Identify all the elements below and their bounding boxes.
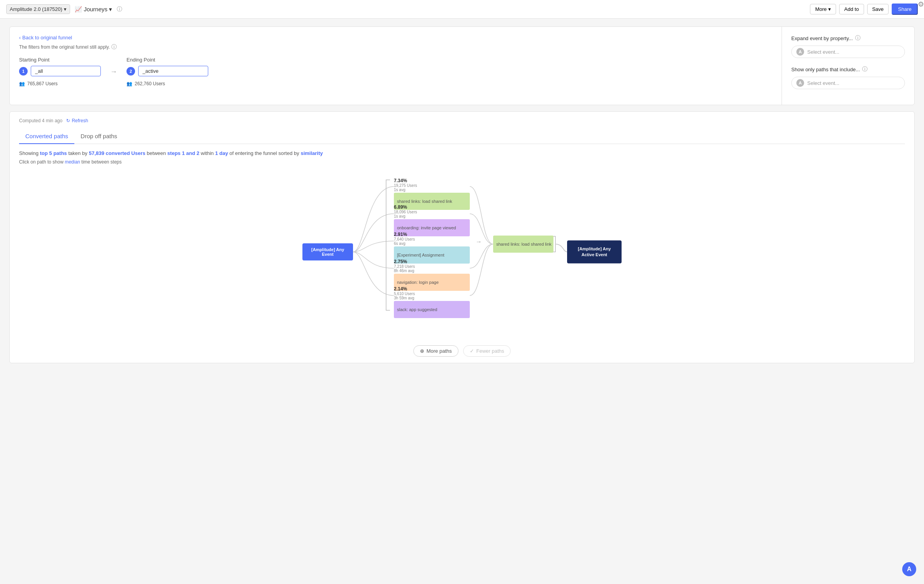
step2-bar-inner: shared links: load shared link [493,236,553,253]
ending-point-group: Ending Point 2 👥 262,760 Users [126,57,208,86]
show-paths-select[interactable]: A Select event... [791,77,905,89]
analysis-panel: Computed 4 min ago ↻ Refresh Converted p… [9,111,915,363]
info-icon[interactable]: ⓘ [862,66,868,73]
top-panel: ‹ Back to original funnel The filters fr… [9,26,915,105]
expand-event-select[interactable]: A Select event... [791,46,905,58]
refresh-button[interactable]: ↻ Refresh [66,118,88,123]
starting-point-label: Starting Point [19,57,101,63]
expand-label: Expand event by property... ⓘ [791,35,905,42]
path3-avg: 6s avg [394,241,470,246]
path-item-5[interactable]: 2.14% 5,610 Users 3h 59m avg slack: app … [394,286,470,318]
computed-row: Computed 4 min ago ↻ Refresh [19,118,905,123]
path5-avg: 3h 59m avg [394,296,470,300]
more-button[interactable]: More ▾ [810,4,836,14]
header-left: Amplitude 2.0 (187520) ▾ 📈 Journeys ▾ ⓘ [6,4,122,14]
chevron-down-icon: ▾ [828,6,831,12]
chevron-left-icon: ‹ [19,35,21,40]
path2-avg: 1s avg [394,214,470,218]
top-paths-highlight: top 5 paths [40,150,67,156]
settings-button[interactable]: ⚙ [918,0,924,9]
funnel-steps: Starting Point 1 👥 765,867 Users → Endin… [19,57,772,86]
ending-point-label: Ending Point [126,57,208,63]
refresh-icon: ↻ [66,118,70,123]
step2-input-wrap: 2 [126,66,208,76]
click-hint: Click on path to show median time betwee… [19,159,905,165]
path5-bar[interactable]: slack: app suggested [394,301,470,318]
show-paths-placeholder: Select event... [807,80,839,86]
steps-highlight: steps 1 and 2 [167,150,199,156]
expand-placeholder: Select event... [807,49,839,55]
more-button-label: More [815,6,827,12]
users-icon: 👥 [126,81,132,86]
starting-point-group: Starting Point 1 👥 765,867 Users [19,57,101,86]
step1-users: 👥 765,867 Users [19,81,101,86]
path1-avg: 1s avg [394,188,470,192]
trend-icon: 📈 [75,6,82,13]
path5-users: 5,610 Users [394,292,470,296]
path5-pct: 2.14% [394,286,470,292]
save-button[interactable]: Save [867,4,889,14]
path-visualization: [Amplitude] Any Event 7.34% 19,275 Users… [19,174,905,338]
path3-users: 7,640 Users [394,237,470,241]
more-paths-label: More paths [427,348,452,354]
computed-text: Computed 4 min ago [19,118,62,123]
timeframe-highlight: 1 day [215,150,228,156]
app-selector[interactable]: Amplitude 2.0 (187520) ▾ [6,4,70,14]
main-content: ‹ Back to original funnel The filters fr… [0,19,924,371]
fewer-paths-button[interactable]: ✓ Fewer paths [463,345,511,357]
step2-bar[interactable]: shared links: load shared link [493,236,553,253]
step2-number: 2 [126,67,135,76]
event-config: Expand event by property... ⓘ A Select e… [782,27,914,105]
share-button[interactable]: Share [892,4,918,15]
journeys-button[interactable]: 📈 Journeys ▾ [75,6,112,13]
avatar: A [796,48,804,56]
arrow-icon: → [110,68,117,76]
converted-users-highlight: 57,839 converted Users [89,150,145,156]
add-to-button[interactable]: Add to [839,4,864,14]
info-icon[interactable]: ⓘ [855,35,861,42]
tab-dropoff-paths[interactable]: Drop off paths [74,129,123,144]
summary-text: Showing top 5 paths taken by 57,839 conv… [19,150,905,156]
path4-pct: 2.75% [394,259,470,264]
step-arrow: → [476,238,482,245]
app-header: Amplitude 2.0 (187520) ▾ 📈 Journeys ▾ ⓘ … [0,0,924,19]
refresh-label: Refresh [72,118,88,123]
back-to-funnel-link[interactable]: ‹ Back to original funnel [19,35,772,40]
users-icon: 👥 [19,81,25,86]
path1-pct: 7.34% [394,178,470,183]
app-selector-label: Amplitude 2.0 (187520) [10,6,62,12]
path2-pct: 6.89% [394,204,470,210]
path3-pct: 2.91% [394,232,470,237]
avatar: A [796,79,804,87]
header-right: More ▾ Add to Save Share [810,4,918,15]
info-icon[interactable]: ⓘ [111,44,117,51]
path4-avg: 8h 46m avg [394,269,470,273]
step1-number: 1 [19,67,28,76]
funnel-config: ‹ Back to original funnel The filters fr… [10,27,782,105]
chevron-down-icon: ▾ [64,6,67,12]
step1-input[interactable] [31,66,101,76]
info-icon[interactable]: ⓘ [117,6,122,13]
show-paths-label: Show only paths that include... ⓘ [791,66,905,73]
path-controls: ⊕ More paths ✓ Fewer paths [19,345,905,357]
journeys-label: Journeys [84,6,107,12]
step1-input-wrap: 1 [19,66,101,76]
sort-highlight: similarity [300,150,323,156]
path4-users: 7,218 Users [394,264,470,269]
plus-icon: ⊕ [420,348,424,354]
step2-input[interactable] [138,66,208,76]
step2-users: 👥 262,760 Users [126,81,208,86]
start-node: [Amplitude] Any Event [302,243,353,260]
path1-users: 19,275 Users [394,183,470,188]
fewer-paths-label: Fewer paths [476,348,504,354]
more-paths-button[interactable]: ⊕ More paths [413,345,458,357]
end-node: [Amplitude] Any Active Event [567,241,622,264]
chevron-down-icon: ▾ [109,6,112,13]
check-circle-icon: ✓ [470,348,474,354]
median-label: median [65,159,80,165]
tab-converted-paths[interactable]: Converted paths [19,129,74,144]
path2-users: 18,096 Users [394,210,470,214]
filter-note: The filters from the original funnel sti… [19,44,772,51]
tabs: Converted paths Drop off paths ⚙ [19,129,905,144]
